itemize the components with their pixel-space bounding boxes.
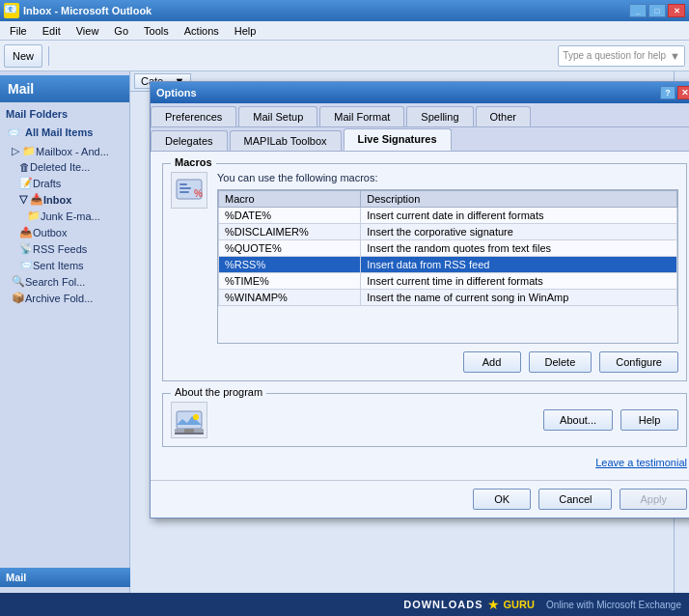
menu-bar: File Edit View Go Tools Actions Help [0, 21, 689, 41]
dialog-content: Macros % [151, 152, 689, 480]
macro-icon: % [171, 172, 207, 209]
outlook-window: 📧 Inbox - Microsoft Outlook _ □ ✕ File E… [0, 0, 689, 616]
minimize-button[interactable]: _ [629, 4, 647, 17]
sidebar-header: Mail [0, 75, 129, 102]
table-row[interactable]: %WINAMP%Insert the name of current song … [219, 290, 677, 306]
tree-label: Archive Fold... [25, 293, 93, 304]
tree-item-deleted[interactable]: 🗑 Deleted Ite... [0, 159, 129, 175]
col-description: Description [361, 191, 677, 208]
downloads-online-text: Online with Microsoft Exchange [546, 600, 681, 610]
search-dropdown-icon[interactable]: ▼ [670, 50, 680, 62]
svg-point-7 [193, 414, 199, 420]
all-mail-icon: 📨 [6, 125, 21, 140]
search-placeholder: Type a question for help [563, 50, 666, 61]
description-cell: Insert the corporative signature [361, 224, 677, 240]
tab-live-signatures[interactable]: Live Signatures [344, 128, 452, 151]
cancel-button[interactable]: Cancel [538, 489, 612, 510]
macro-cell: %TIME% [219, 273, 361, 290]
tab-other[interactable]: Other [476, 106, 532, 126]
macro-cell: %DISCLAIMER% [219, 224, 361, 240]
tab-mapilab[interactable]: MAPILab Toolbox [230, 130, 342, 151]
dialog-title-bar: Options ? ✕ [151, 82, 689, 103]
description-cell: Insert current time in different formats [361, 273, 677, 290]
table-row[interactable]: %TIME%Insert current time in different f… [219, 273, 677, 290]
tab-preferences[interactable]: Preferences [151, 106, 236, 126]
menu-tools[interactable]: Tools [136, 23, 177, 39]
dialog-title: Options [156, 87, 197, 98]
macro-cell: %DATE% [219, 208, 361, 224]
tree-label: Search Fol... [25, 276, 85, 288]
tree-item-inbox[interactable]: ▽ 📥 Inbox [0, 191, 129, 208]
folder-icon: 📤 [19, 226, 33, 238]
about-group-label: About the program [171, 386, 266, 398]
description-cell: Insert the name of current song in WinAm… [361, 290, 677, 306]
mail-folders-label: Mail Folders [0, 106, 129, 122]
about-group: About the program [162, 393, 687, 447]
tree-label: Outbox [33, 227, 67, 238]
tab-spelling[interactable]: Spelling [406, 106, 473, 126]
testimonial-section: Leave a testimonial [162, 457, 687, 468]
tab-delegates[interactable]: Delegates [151, 130, 228, 151]
table-row[interactable]: %RSS%Insert data from RSS feed [219, 257, 677, 273]
menu-help[interactable]: Help [227, 23, 264, 39]
title-bar: 📧 Inbox - Microsoft Outlook _ □ ✕ [0, 0, 689, 21]
tree-item-outbox[interactable]: 📤 Outbox [0, 224, 129, 240]
downloads-brand2: GURU [504, 599, 535, 610]
dialog-help-button[interactable]: ? [660, 86, 675, 99]
delete-button[interactable]: Delete [529, 351, 593, 373]
search-bar[interactable]: Type a question for help ▼ [558, 45, 685, 67]
menu-actions[interactable]: Actions [177, 23, 227, 39]
sidebar-mail-label: Mail [6, 572, 26, 583]
downloads-bar: DOWNLOADS ★ GURU Online with Microsoft E… [0, 593, 689, 616]
folder-icon: 🔍 [12, 275, 25, 288]
configure-button[interactable]: Configure [599, 351, 678, 373]
tab-mail-format[interactable]: Mail Format [319, 106, 404, 126]
tree-label: Deleted Ite... [30, 161, 90, 173]
sidebar-mail-footer[interactable]: Mail [0, 568, 130, 587]
table-row[interactable]: %DATE%Insert current date in different f… [219, 208, 677, 224]
menu-view[interactable]: View [69, 23, 107, 39]
add-button[interactable]: Add [463, 351, 521, 373]
maximize-button[interactable]: □ [648, 4, 666, 17]
tree-item-drafts[interactable]: 📝 Drafts [0, 175, 129, 191]
macro-right: You can use the following macros: Macro … [217, 172, 678, 344]
apply-button[interactable]: Apply [620, 489, 687, 510]
right-panel: Cate... ▼ Options ? ✕ [130, 71, 689, 593]
expand-icon: ▽ [19, 193, 27, 206]
sidebar: Mail Mail Folders 📨 All Mail Items ▷ 📁 M… [0, 71, 130, 593]
tree-item-sent[interactable]: 📨 Sent Items [0, 257, 129, 273]
macro-table-container[interactable]: Macro Description %DATE%Insert current d… [217, 189, 678, 344]
svg-rect-3 [179, 191, 189, 193]
ok-button[interactable]: OK [473, 489, 531, 510]
about-content: About... Help [171, 402, 678, 438]
tree-item-junk[interactable]: 📁 Junk E-ma... [0, 208, 129, 224]
tree-item-rss[interactable]: 📡 RSS Feeds [0, 240, 129, 257]
tree-item-mailbox[interactable]: ▷ 📁 Mailbox - And... [0, 143, 129, 159]
close-button[interactable]: ✕ [668, 4, 685, 17]
svg-rect-1 [179, 183, 187, 185]
testimonial-link[interactable]: Leave a testimonial [595, 457, 687, 468]
outlook-icon: 📧 [4, 3, 19, 18]
about-button[interactable]: About... [543, 409, 613, 431]
menu-go[interactable]: Go [106, 23, 136, 39]
table-row[interactable]: %QUOTE%Insert the random quotes from tex… [219, 240, 677, 257]
menu-file[interactable]: File [2, 23, 35, 39]
tree-item-archive[interactable]: 📦 Archive Fold... [0, 290, 129, 306]
guru-star-icon: ★ [487, 597, 500, 612]
table-row[interactable]: %DISCLAIMER%Insert the corporative signa… [219, 224, 677, 240]
help-button[interactable]: Help [620, 409, 678, 431]
tree-item-search[interactable]: 🔍 Search Fol... [0, 273, 129, 290]
folder-icon: 📡 [19, 242, 33, 255]
tab-mail-setup[interactable]: Mail Setup [238, 106, 317, 126]
dialog-overlay: Options ? ✕ Preferences Mail Setup Mail … [130, 71, 689, 593]
folder-icon: 📥 [30, 193, 43, 206]
all-mail-item[interactable]: 📨 All Mail Items [0, 122, 129, 143]
new-button[interactable]: New [4, 44, 42, 68]
dialog-close-button[interactable]: ✕ [677, 86, 689, 99]
main-layout: Mail Mail Folders 📨 All Mail Items ▷ 📁 M… [0, 71, 689, 593]
downloads-brand: DOWNLOADS [403, 599, 482, 610]
svg-text:%: % [194, 188, 203, 199]
window-title: Inbox - Microsoft Outlook [23, 5, 152, 16]
expand-icon: ▷ [12, 145, 19, 157]
menu-edit[interactable]: Edit [35, 23, 69, 39]
